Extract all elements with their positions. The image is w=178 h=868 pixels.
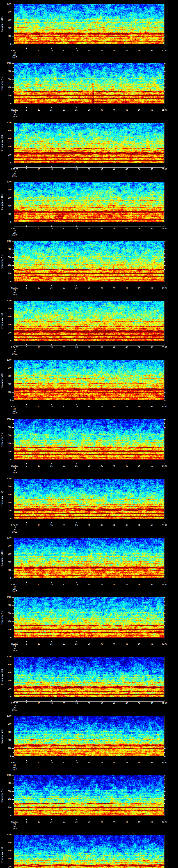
x-axis-line <box>14 49 165 49</box>
x-tick-label: 10 <box>34 643 44 645</box>
y-major-tick-left <box>12 368 14 368</box>
y-minor-tick-left <box>13 483 14 483</box>
y-tick-label: 0 <box>0 221 11 223</box>
x-tick-label: 30 <box>84 406 94 408</box>
x-major-tick <box>14 225 14 226</box>
y-tick-label: 0 <box>0 280 11 283</box>
x-tick-label: 15 <box>46 584 57 586</box>
y-tick-label: 800 <box>0 11 11 13</box>
y-major-tick-left <box>12 546 14 546</box>
y-tick-label: 600 <box>0 78 11 81</box>
date-label: 2015 <box>5 353 24 355</box>
y-tick-label: 400 <box>0 442 11 444</box>
x-tick-label: 20 <box>59 584 69 586</box>
x-tick-label: 50 <box>134 643 144 645</box>
y-major-tick-left <box>12 478 14 479</box>
y-tick-label: 800 <box>0 129 11 132</box>
y-minor-tick-right <box>164 515 165 515</box>
y-minor-tick-left <box>13 439 14 440</box>
x-major-tick <box>152 522 152 523</box>
y-major-tick-right <box>164 155 166 155</box>
x-tick-label: 45 <box>121 109 132 111</box>
y-tick-label: 0 <box>0 340 11 342</box>
spectrogram-image <box>14 123 164 163</box>
end-time-label: 23:00 <box>155 227 174 230</box>
x-tick-label: 20 <box>59 346 69 348</box>
y-tick-label: 1000 <box>0 715 11 717</box>
x-tick-label: 50 <box>134 465 144 467</box>
y-minor-tick-left <box>13 515 14 515</box>
y-minor-tick-right <box>164 447 165 448</box>
y-major-tick-right <box>164 427 166 428</box>
x-major-tick <box>152 225 152 226</box>
y-major-tick-right <box>164 511 166 511</box>
y-tick-label: 800 <box>0 248 11 250</box>
y-major-tick-right <box>164 301 166 301</box>
spectrogram-panel: Frequency (Hz) 0200400600800100051015202… <box>0 237 178 297</box>
x-tick-label: 50 <box>134 702 144 705</box>
x-tick-label: 50 <box>134 406 144 408</box>
x-tick-label: 40 <box>109 762 119 764</box>
y-major-tick-right <box>164 578 166 579</box>
date-label: 2015 <box>5 116 24 118</box>
x-tick-label: 30 <box>84 465 94 467</box>
y-axis-title: Frequency (Hz) <box>1 657 4 697</box>
y-tick-label: 200 <box>0 747 11 749</box>
x-tick-label: 15 <box>46 109 57 111</box>
y-major-tick-right <box>164 732 166 733</box>
y-minor-tick-right <box>164 305 165 305</box>
end-time-label: 31:00 <box>155 702 174 705</box>
y-axis-title: Frequency (Hz) <box>1 538 4 578</box>
y-major-tick-left <box>12 835 14 835</box>
x-major-tick <box>152 760 152 761</box>
y-major-tick-right <box>164 638 166 638</box>
y-major-tick-left <box>12 241 14 242</box>
x-tick-label: 35 <box>96 406 107 408</box>
x-tick-label: 25 <box>71 346 82 348</box>
y-minor-tick-right <box>164 194 165 194</box>
x-tick-label: 40 <box>109 109 119 111</box>
x-major-tick <box>164 166 165 167</box>
x-tick-label: 25 <box>71 524 82 526</box>
x-major-tick <box>139 404 140 405</box>
end-time-label: 32:00 <box>155 762 174 764</box>
x-tick-label: 20 <box>59 821 69 823</box>
spectrogram-image <box>14 716 164 756</box>
y-major-tick-left <box>12 732 14 733</box>
y-major-tick-left <box>12 400 14 401</box>
y-minor-tick-left <box>13 685 14 685</box>
x-tick-label: 45 <box>121 346 132 348</box>
y-tick-label: 400 <box>0 680 11 682</box>
x-major-tick <box>14 404 14 405</box>
y-major-tick-left <box>12 716 14 716</box>
x-major-tick <box>152 166 152 167</box>
y-tick-label: 600 <box>0 731 11 733</box>
y-major-tick-left <box>12 487 14 487</box>
y-tick-label: 200 <box>0 806 11 809</box>
y-major-tick-left <box>12 815 14 816</box>
y-major-tick-left <box>12 748 14 749</box>
y-tick-label: 800 <box>0 841 11 844</box>
y-tick-label: 600 <box>0 316 11 318</box>
x-tick-label: 40 <box>109 465 119 467</box>
x-axis-line <box>14 583 165 583</box>
y-axis-title: Frequency (Hz) <box>1 775 4 815</box>
spectrogram-panel: Frequency (Hz) 0200400600800100051015202… <box>0 356 178 415</box>
y-tick-label: 800 <box>0 545 11 547</box>
y-minor-tick-right <box>164 625 165 626</box>
y-major-tick-right <box>164 495 166 495</box>
y-minor-tick-right <box>164 803 165 804</box>
y-major-tick-right <box>164 562 166 562</box>
x-tick-label: 45 <box>121 584 132 586</box>
y-axis-right-spine <box>164 835 165 868</box>
date-label: 2015 <box>5 56 24 59</box>
y-tick-label: 0 <box>0 162 11 164</box>
x-major-tick <box>26 760 27 761</box>
spectrogram-panel: Frequency (Hz) 0200400600800100051015202… <box>0 712 178 772</box>
x-tick-label: 15 <box>46 406 57 408</box>
x-major-tick <box>164 225 165 226</box>
y-major-tick-right <box>164 392 166 393</box>
y-major-tick-left <box>12 638 14 638</box>
x-tick-label: 30 <box>84 702 94 705</box>
x-tick-label: 40 <box>109 643 119 645</box>
